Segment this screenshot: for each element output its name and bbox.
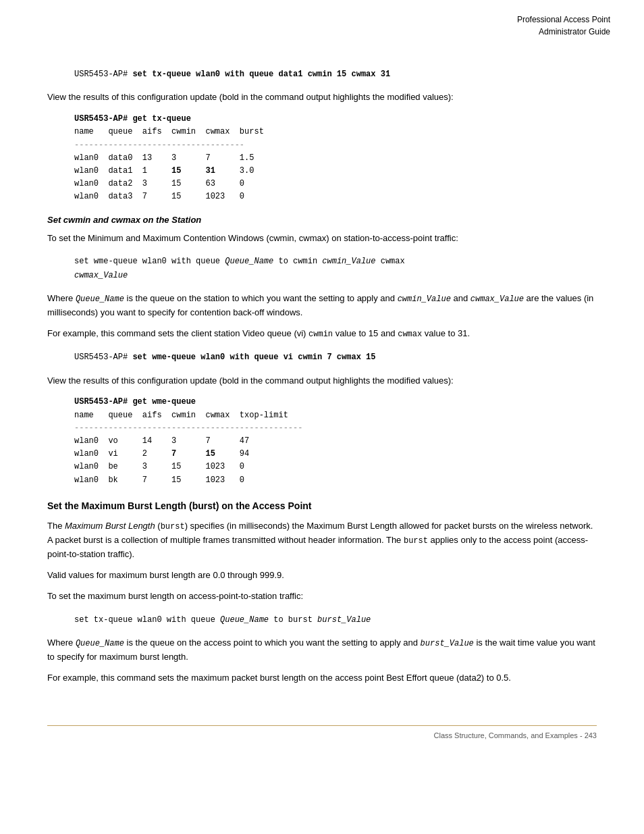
command-block-1: USR5453-AP# set tx-queue wlan0 with queu…	[74, 68, 597, 81]
queue-name-ref-1: Queue_Name	[76, 294, 124, 304]
burst-code-2: burst	[404, 536, 428, 546]
tx-queue-row-2: wlan0 data2 3 15 63 0	[74, 179, 244, 188]
queue-name-ref-2: Queue_Name	[76, 639, 124, 648]
description-text-10: For example, this command sets the maxim…	[47, 671, 597, 685]
tx-queue-divider: -----------------------------------	[74, 140, 244, 150]
description-text-6: The Maximum Burst Length (burst) specifi…	[47, 519, 597, 562]
page-header: Professional Access Point Administrator …	[517, 14, 610, 38]
command-block-2: USR5453-AP# set wme-queue wlan0 with que…	[74, 350, 597, 364]
wme-queue-row-3: wlan0 bk 7 15 1023 0	[74, 475, 244, 485]
description-text-2: To set the Minimum and Maximum Contentio…	[47, 232, 597, 246]
description-text-7: Valid values for maximum burst length ar…	[47, 569, 597, 583]
tx-queue-block: USR5453-AP# get tx-queue name queue aifs…	[74, 113, 597, 203]
tx-queue-prompt: USR5453-AP#	[74, 114, 132, 124]
cwmin-value-ref: cwmin_Value	[398, 294, 451, 304]
wme-queue-divider: ----------------------------------------…	[74, 423, 302, 433]
cmd-1: set tx-queue wlan0 with queue data1 cwmi…	[132, 70, 390, 79]
cwmax-value-ref: cwmax_Value	[471, 294, 524, 304]
section-heading-cwmin-station: Set cwmin and cwmax on the Station	[47, 215, 597, 225]
description-text-9: Where Queue_Name is the queue on the acc…	[47, 636, 597, 664]
page: Professional Access Point Administrator …	[0, 0, 644, 753]
description-text-3: Where Queue_Name is the queue on the sta…	[47, 292, 597, 320]
header-line1: Professional Access Point	[517, 14, 610, 26]
prompt-1: USR5453-AP#	[74, 70, 132, 79]
syntax-block-1: set wme-queue wlan0 with queue Queue_Nam…	[74, 255, 597, 282]
footer-page-info: Class Structure, Commands, and Examples …	[47, 731, 597, 739]
max-burst-length-term: Maximum Burst Length	[65, 521, 155, 531]
content-area: USR5453-AP# set tx-queue wlan0 with queu…	[47, 68, 597, 685]
description-text-5: View the results of this configuration u…	[47, 374, 597, 388]
syntax-2-text: set tx-queue wlan0 with queue Queue_Name…	[74, 615, 371, 625]
footer-divider	[47, 725, 597, 726]
wme-queue-header: name queue aifs cwmin cwmax txop-limit	[74, 411, 288, 420]
burst-code-1: burst	[161, 522, 185, 531]
header-line2: Administrator Guide	[517, 26, 610, 38]
description-text-4: For example, this command sets the clien…	[47, 327, 597, 341]
wme-queue-row-2: wlan0 be 3 15 1023 0	[74, 462, 244, 471]
burst-value-ref: burst_Value	[421, 639, 474, 648]
wme-queue-cmd: get wme-queue	[132, 397, 196, 407]
wme-queue-block: USR5453-AP# get wme-queue name queue aif…	[74, 396, 597, 486]
tx-queue-row-1: wlan0 data1 1 15 31 3.0	[74, 166, 254, 176]
section-heading-burst: Set the Maximum Burst Length (burst) on …	[47, 500, 597, 511]
syntax-block-2: set tx-queue wlan0 with queue Queue_Name…	[74, 613, 597, 627]
tx-queue-row-3: wlan0 data3 7 15 1023 0	[74, 192, 244, 201]
wme-queue-row-1: wlan0 vi 2 7 15 94	[74, 449, 249, 459]
prompt-2: USR5453-AP#	[74, 353, 132, 362]
cmd-2: set wme-queue wlan0 with queue vi cwmin …	[132, 353, 375, 362]
syntax-1-line1: set wme-queue wlan0 with queue Queue_Nam…	[74, 257, 405, 266]
cwmax-inline-1: cwmax	[398, 330, 422, 339]
tx-queue-cmd: get tx-queue	[132, 114, 190, 124]
description-text-1: View the results of this configuration u…	[47, 90, 597, 105]
wme-queue-row-0: wlan0 vo 14 3 7 47	[74, 436, 249, 446]
tx-queue-row-0: wlan0 data0 13 3 7 1.5	[74, 153, 254, 163]
description-text-8: To set the maximum burst length on acces…	[47, 590, 597, 604]
wme-queue-prompt: USR5453-AP#	[74, 397, 132, 407]
page-footer: Class Structure, Commands, and Examples …	[0, 725, 644, 739]
tx-queue-header: name queue aifs cwmin cwmax burst	[74, 127, 264, 136]
syntax-1-line2: cwmax_Value	[74, 271, 128, 280]
cwmin-inline-1: cwmin	[308, 330, 333, 339]
